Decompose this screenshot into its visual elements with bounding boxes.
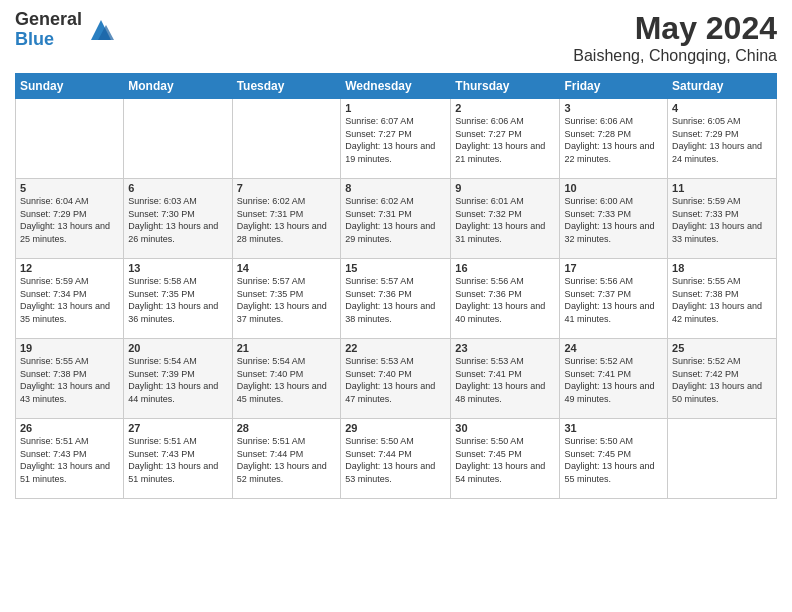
day-number: 3 xyxy=(564,102,663,114)
day-number: 12 xyxy=(20,262,119,274)
day-info: Sunrise: 6:03 AMSunset: 7:30 PMDaylight:… xyxy=(128,195,227,245)
day-info: Sunrise: 5:52 AMSunset: 7:42 PMDaylight:… xyxy=(672,355,772,405)
day-number: 25 xyxy=(672,342,772,354)
day-info: Sunrise: 6:00 AMSunset: 7:33 PMDaylight:… xyxy=(564,195,663,245)
day-info: Sunrise: 5:54 AMSunset: 7:40 PMDaylight:… xyxy=(237,355,337,405)
day-cell: 29Sunrise: 5:50 AMSunset: 7:44 PMDayligh… xyxy=(341,419,451,499)
day-number: 28 xyxy=(237,422,337,434)
logo-line2: Blue xyxy=(15,30,82,50)
day-cell: 20Sunrise: 5:54 AMSunset: 7:39 PMDayligh… xyxy=(124,339,232,419)
day-cell: 10Sunrise: 6:00 AMSunset: 7:33 PMDayligh… xyxy=(560,179,668,259)
day-info: Sunrise: 5:57 AMSunset: 7:36 PMDaylight:… xyxy=(345,275,446,325)
day-cell: 27Sunrise: 5:51 AMSunset: 7:43 PMDayligh… xyxy=(124,419,232,499)
day-info: Sunrise: 5:50 AMSunset: 7:45 PMDaylight:… xyxy=(564,435,663,485)
day-cell: 7Sunrise: 6:02 AMSunset: 7:31 PMDaylight… xyxy=(232,179,341,259)
day-number: 5 xyxy=(20,182,119,194)
day-cell: 14Sunrise: 5:57 AMSunset: 7:35 PMDayligh… xyxy=(232,259,341,339)
day-number: 2 xyxy=(455,102,555,114)
day-number: 21 xyxy=(237,342,337,354)
day-cell: 25Sunrise: 5:52 AMSunset: 7:42 PMDayligh… xyxy=(668,339,777,419)
day-cell: 2Sunrise: 6:06 AMSunset: 7:27 PMDaylight… xyxy=(451,99,560,179)
day-number: 1 xyxy=(345,102,446,114)
day-number: 7 xyxy=(237,182,337,194)
col-tuesday: Tuesday xyxy=(232,74,341,99)
weekday-row: Sunday Monday Tuesday Wednesday Thursday… xyxy=(16,74,777,99)
day-cell: 15Sunrise: 5:57 AMSunset: 7:36 PMDayligh… xyxy=(341,259,451,339)
day-cell xyxy=(232,99,341,179)
day-number: 18 xyxy=(672,262,772,274)
day-number: 10 xyxy=(564,182,663,194)
page: General Blue May 2024 Baisheng, Chongqin… xyxy=(0,0,792,612)
day-cell: 6Sunrise: 6:03 AMSunset: 7:30 PMDaylight… xyxy=(124,179,232,259)
calendar-header: Sunday Monday Tuesday Wednesday Thursday… xyxy=(16,74,777,99)
day-cell: 24Sunrise: 5:52 AMSunset: 7:41 PMDayligh… xyxy=(560,339,668,419)
col-sunday: Sunday xyxy=(16,74,124,99)
day-info: Sunrise: 6:02 AMSunset: 7:31 PMDaylight:… xyxy=(237,195,337,245)
day-cell: 16Sunrise: 5:56 AMSunset: 7:36 PMDayligh… xyxy=(451,259,560,339)
day-cell: 18Sunrise: 5:55 AMSunset: 7:38 PMDayligh… xyxy=(668,259,777,339)
day-cell: 21Sunrise: 5:54 AMSunset: 7:40 PMDayligh… xyxy=(232,339,341,419)
day-info: Sunrise: 5:50 AMSunset: 7:45 PMDaylight:… xyxy=(455,435,555,485)
day-cell xyxy=(124,99,232,179)
day-number: 23 xyxy=(455,342,555,354)
week-row-5: 26Sunrise: 5:51 AMSunset: 7:43 PMDayligh… xyxy=(16,419,777,499)
col-saturday: Saturday xyxy=(668,74,777,99)
day-info: Sunrise: 5:58 AMSunset: 7:35 PMDaylight:… xyxy=(128,275,227,325)
day-info: Sunrise: 5:56 AMSunset: 7:37 PMDaylight:… xyxy=(564,275,663,325)
day-cell: 30Sunrise: 5:50 AMSunset: 7:45 PMDayligh… xyxy=(451,419,560,499)
week-row-1: 1Sunrise: 6:07 AMSunset: 7:27 PMDaylight… xyxy=(16,99,777,179)
day-number: 14 xyxy=(237,262,337,274)
day-info: Sunrise: 5:53 AMSunset: 7:41 PMDaylight:… xyxy=(455,355,555,405)
day-cell: 9Sunrise: 6:01 AMSunset: 7:32 PMDaylight… xyxy=(451,179,560,259)
day-cell: 11Sunrise: 5:59 AMSunset: 7:33 PMDayligh… xyxy=(668,179,777,259)
day-info: Sunrise: 5:51 AMSunset: 7:43 PMDaylight:… xyxy=(20,435,119,485)
day-number: 26 xyxy=(20,422,119,434)
day-cell: 8Sunrise: 6:02 AMSunset: 7:31 PMDaylight… xyxy=(341,179,451,259)
week-row-2: 5Sunrise: 6:04 AMSunset: 7:29 PMDaylight… xyxy=(16,179,777,259)
calendar-body: 1Sunrise: 6:07 AMSunset: 7:27 PMDaylight… xyxy=(16,99,777,499)
calendar-table: Sunday Monday Tuesday Wednesday Thursday… xyxy=(15,73,777,499)
week-row-3: 12Sunrise: 5:59 AMSunset: 7:34 PMDayligh… xyxy=(16,259,777,339)
title-block: May 2024 Baisheng, Chongqing, China xyxy=(573,10,777,65)
day-info: Sunrise: 5:50 AMSunset: 7:44 PMDaylight:… xyxy=(345,435,446,485)
day-info: Sunrise: 6:04 AMSunset: 7:29 PMDaylight:… xyxy=(20,195,119,245)
day-number: 4 xyxy=(672,102,772,114)
day-number: 15 xyxy=(345,262,446,274)
day-number: 11 xyxy=(672,182,772,194)
day-info: Sunrise: 5:52 AMSunset: 7:41 PMDaylight:… xyxy=(564,355,663,405)
week-row-4: 19Sunrise: 5:55 AMSunset: 7:38 PMDayligh… xyxy=(16,339,777,419)
day-cell: 17Sunrise: 5:56 AMSunset: 7:37 PMDayligh… xyxy=(560,259,668,339)
day-cell: 1Sunrise: 6:07 AMSunset: 7:27 PMDaylight… xyxy=(341,99,451,179)
day-cell: 31Sunrise: 5:50 AMSunset: 7:45 PMDayligh… xyxy=(560,419,668,499)
day-cell: 19Sunrise: 5:55 AMSunset: 7:38 PMDayligh… xyxy=(16,339,124,419)
day-info: Sunrise: 5:51 AMSunset: 7:44 PMDaylight:… xyxy=(237,435,337,485)
day-info: Sunrise: 6:06 AMSunset: 7:28 PMDaylight:… xyxy=(564,115,663,165)
day-info: Sunrise: 5:54 AMSunset: 7:39 PMDaylight:… xyxy=(128,355,227,405)
header: General Blue May 2024 Baisheng, Chongqin… xyxy=(15,10,777,65)
col-thursday: Thursday xyxy=(451,74,560,99)
logo-line1: General xyxy=(15,10,82,30)
col-monday: Monday xyxy=(124,74,232,99)
day-cell: 5Sunrise: 6:04 AMSunset: 7:29 PMDaylight… xyxy=(16,179,124,259)
day-info: Sunrise: 6:05 AMSunset: 7:29 PMDaylight:… xyxy=(672,115,772,165)
calendar-subtitle: Baisheng, Chongqing, China xyxy=(573,47,777,65)
day-info: Sunrise: 6:01 AMSunset: 7:32 PMDaylight:… xyxy=(455,195,555,245)
logo-icon xyxy=(86,15,116,45)
day-cell: 12Sunrise: 5:59 AMSunset: 7:34 PMDayligh… xyxy=(16,259,124,339)
day-cell: 23Sunrise: 5:53 AMSunset: 7:41 PMDayligh… xyxy=(451,339,560,419)
day-number: 13 xyxy=(128,262,227,274)
day-info: Sunrise: 6:07 AMSunset: 7:27 PMDaylight:… xyxy=(345,115,446,165)
day-number: 19 xyxy=(20,342,119,354)
day-number: 20 xyxy=(128,342,227,354)
day-cell: 26Sunrise: 5:51 AMSunset: 7:43 PMDayligh… xyxy=(16,419,124,499)
day-number: 8 xyxy=(345,182,446,194)
day-info: Sunrise: 5:53 AMSunset: 7:40 PMDaylight:… xyxy=(345,355,446,405)
calendar-title: May 2024 xyxy=(573,10,777,47)
day-info: Sunrise: 5:59 AMSunset: 7:33 PMDaylight:… xyxy=(672,195,772,245)
day-number: 30 xyxy=(455,422,555,434)
day-number: 9 xyxy=(455,182,555,194)
day-info: Sunrise: 6:06 AMSunset: 7:27 PMDaylight:… xyxy=(455,115,555,165)
day-number: 27 xyxy=(128,422,227,434)
col-friday: Friday xyxy=(560,74,668,99)
day-number: 6 xyxy=(128,182,227,194)
